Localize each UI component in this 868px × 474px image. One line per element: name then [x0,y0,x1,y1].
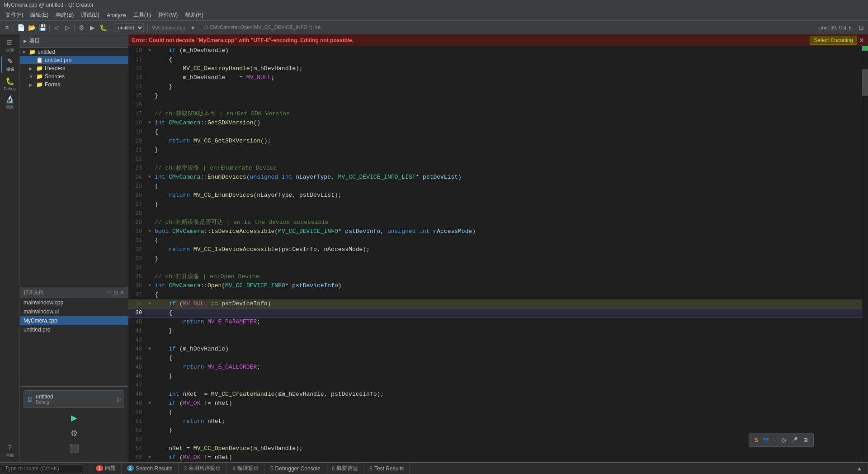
tree-item-sources[interactable]: ▼ 📁 Sources [20,72,128,81]
scrollbar-thumb[interactable] [862,69,868,96]
bottom-tab-problems[interactable]: 1 问题 [90,463,122,474]
bottom-tab-app-output[interactable]: 3 应用程序输出 [179,463,227,474]
doc-item-mainwindow-cpp[interactable]: mainwindow.cpp [20,298,128,307]
code-editor[interactable]: 10 ▼ if (m_hDevHandle) 11 { 12 MV_CC_Des… [128,46,862,462]
bottom-tab-compile-output[interactable]: 4 编译输出 [227,463,265,474]
activity-welcome[interactable]: ⊞ 欢迎 [1,37,19,54]
code-line-46: 46 } [128,372,862,381]
code-line-31: 31 { [128,236,862,245]
open-docs-title: 打开文档 [24,289,43,296]
code-line-36: 36 ▼ int CMvCamera::Open(MV_CC_DEVICE_IN… [128,281,862,290]
toolbar-run-btn[interactable]: ▶ [87,23,97,33]
menu-debug[interactable]: 调试(D) [77,10,103,20]
ime-grid-btn[interactable]: ⊞ [802,436,810,444]
code-line-20: 20 return MV_CC_GetSDKVersion(); [128,137,862,146]
error-bar: Error: Could not decode "MyCmera.cpp" wi… [128,34,868,46]
doc-item-mycamera-cpp[interactable]: MyCmera.cpp [20,316,128,325]
bottom-tab-overview[interactable]: 6 概要信息 [326,463,364,474]
stop-button[interactable]: ⬛ [68,442,80,455]
code-line-38: 38 ▼ if (MV_NULL == pstDeviceInfo) [128,299,862,308]
bottom-tab-compile-output-label: 编译输出 [237,465,259,472]
code-line-47: 47 [128,381,862,390]
toolbar-new-btn[interactable]: 📄 [16,23,26,33]
sidebar-header: ▶ 项目 [20,34,128,48]
toolbar-expand-btn[interactable]: ⊡ [856,23,866,33]
menu-help[interactable]: 帮助(H) [181,10,207,20]
chevron-right-icon: ▷ [117,396,121,403]
code-line-12: 12 MV_CC_DestroyHandle(m_hDevHandle); [128,64,862,73]
open-docs-tile[interactable]: ⊟ [113,289,118,296]
code-line-33: 33 } [128,254,862,263]
run-button[interactable]: ▶ [68,412,80,424]
menu-tools[interactable]: 工具(T) [130,10,155,20]
bottom-tab-test-results[interactable]: 8 Test Results [364,463,410,474]
bottom-tab-test-results-label: Test Results [374,465,404,472]
activity-debug[interactable]: 🐛 Debug [1,75,19,92]
error-message: Could not decode "MyCmera.cpp" with "UTF… [149,37,354,43]
code-line-48: 48 int nRet = MV_CC_CreateHandle(&m_hDev… [128,390,862,399]
menu-widget[interactable]: 控件(W) [155,10,181,20]
search-input[interactable] [2,464,83,473]
tree-item-sources-label: Sources [45,73,65,80]
toolbar-save-btn[interactable]: 💾 [38,23,47,33]
menu-edit[interactable]: 编辑(E) [27,10,52,20]
activity-bar: ⊞ 欢迎 ✎ 编辑 🐛 Debug 🔬 项目 ? [0,34,20,462]
title-text: MyCmera.cpp @ untitled - Qt Creator [4,2,94,8]
ime-mic-btn[interactable]: 🎤 [789,436,800,444]
ime-settings-btn[interactable]: ◎ [779,436,788,444]
scrollbar-track[interactable] [862,51,868,462]
select-encoding-button[interactable]: Select Encoding [810,36,857,45]
activity-help[interactable]: ? 帮助 [1,442,19,460]
code-line-55: 55 ▼ if (MV_OK != nRet) [128,453,862,462]
bottom-tab-search-results-label: Search Results [136,465,172,472]
toolbar-build-btn[interactable]: ⚙ [76,23,86,33]
toolbar-config-select[interactable]: untitled [114,23,144,32]
toolbar-open-btn[interactable]: 📂 [27,23,37,33]
toolbar-back-btn[interactable]: ◁ [52,23,61,33]
toolbar-sep-4 [110,24,110,32]
ime-sogou-icon[interactable]: S [753,436,760,444]
bottom-tab-overview-label: 概要信息 [336,465,358,472]
project-selector[interactable]: 🖥 untitled Debug ▷ [24,390,124,408]
menu-analyze[interactable]: Analyze [103,11,130,19]
code-line-43: 43 ▼ if (m_hDevHandle) [128,345,862,354]
toolbar-debug-run-btn[interactable]: 🐛 [98,23,108,33]
toolbar-forward-btn[interactable]: ▷ [62,23,72,33]
project-icon: 🖥 [27,396,33,403]
doc-item-untitled-pro[interactable]: untitled.pro [20,325,128,334]
open-docs-minimize[interactable]: — [106,289,112,296]
toolbar: ≡ 📄 📂 💾 ◁ ▷ ⚙ ▶ 🐛 untitled MyCamera.cpp … [0,21,868,34]
bottom-tab-search-input[interactable] [0,463,90,474]
build-button[interactable]: ⚙ [68,427,80,440]
sidebar-bottom: 🖥 untitled Debug ▷ ▶ ⚙ ⬛ [20,386,128,462]
project-debug-label: Debug [36,400,114,405]
toolbar-file-dropdown[interactable]: ▾ [188,23,198,33]
menu-file[interactable]: 文件(F) [2,10,27,20]
code-line-50: 50 { [128,408,862,417]
menu-build[interactable]: 构建(B) [52,10,77,20]
toolbar-dropdown[interactable]: untitled [112,23,146,32]
tree-item-forms[interactable]: ▶ 📁 Forms [20,81,128,89]
toolbar-function-label: ⬡ CMvCamera::Open(MV_CC_DEVICE_INFO *): … [202,24,814,30]
code-line-21: 21 } [128,146,862,155]
tree-root[interactable]: ▼ 📁 untitled [20,48,128,56]
ime-indicator: S 中 · ◎ 🎤 ⊞ [749,433,814,447]
tree-item-pro[interactable]: 📋 untitled.pro [20,56,128,64]
error-close-button[interactable]: ✕ [859,37,864,44]
ime-dot-btn[interactable]: · [773,436,778,444]
code-line-18: 18 ▼ int CMvCamera::GetSDKVersion() [128,118,862,128]
vertical-scrollbar[interactable] [862,46,868,462]
bottom-tab-up-btn[interactable]: ▲ [851,463,868,474]
open-docs-close[interactable]: ✕ [120,289,124,296]
code-line-22: 22 [128,155,862,164]
bottom-tab-debugger-console[interactable]: 5 Debugger Console [265,463,326,474]
toolbar-menu-btn[interactable]: ≡ [2,23,12,33]
bottom-tab-search-results[interactable]: 2 Search Results [122,463,179,474]
doc-item-mainwindow-ui[interactable]: mainwindow.ui [20,307,128,316]
activity-edit[interactable]: ✎ 编辑 [1,56,19,73]
debugger-console-num: 5 [270,465,274,472]
ime-chinese-btn[interactable]: 中 [762,435,771,445]
main-area: ⊞ 欢迎 ✎ 编辑 🐛 Debug 🔬 项目 ? [0,34,868,462]
tree-item-headers[interactable]: ▶ 📁 Headers [20,64,128,72]
activity-project[interactable]: 🔬 项目 [1,94,19,111]
